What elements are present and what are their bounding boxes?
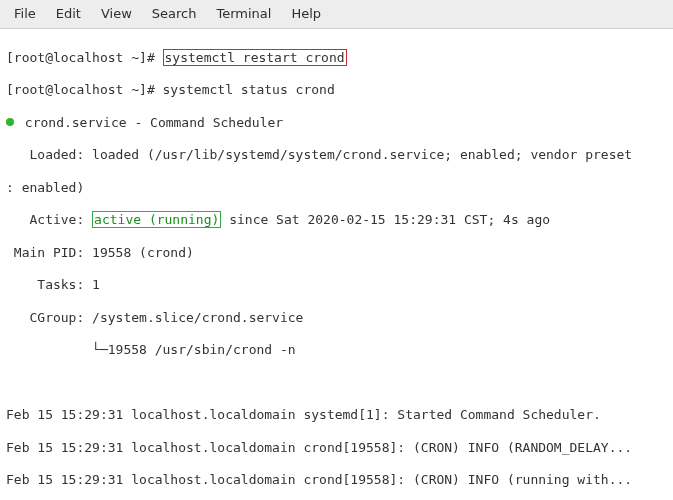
menu-edit[interactable]: Edit (48, 4, 89, 24)
status-dot-icon (6, 118, 14, 126)
tasks-line: Tasks: 1 (6, 277, 667, 293)
cgroup-child: └─19558 /usr/sbin/crond -n (6, 342, 667, 358)
menu-file[interactable]: File (6, 4, 44, 24)
cgroup-line: CGroup: /system.slice/crond.service (6, 310, 667, 326)
prompt: [root@localhost ~]# (6, 50, 163, 65)
menu-view[interactable]: View (93, 4, 140, 24)
menu-help[interactable]: Help (283, 4, 329, 24)
active-prefix: Active: (6, 212, 92, 227)
main-pid: Main PID: 19558 (crond) (6, 245, 667, 261)
menu-terminal[interactable]: Terminal (208, 4, 279, 24)
active-state: active (running) (92, 211, 221, 228)
loaded-line-2: : enabled) (6, 180, 667, 196)
loaded-line-1: Loaded: loaded (/usr/lib/systemd/system/… (6, 147, 667, 163)
prompt: [root@localhost ~]# (6, 82, 163, 97)
terminal-output[interactable]: [root@localhost ~]# systemctl restart cr… (0, 29, 673, 500)
journal-line: Feb 15 15:29:31 localhost.localdomain cr… (6, 472, 667, 488)
journal-line: Feb 15 15:29:31 localhost.localdomain sy… (6, 407, 667, 423)
active-since-1: since Sat 2020-02-15 15:29:31 CST; 4s ag… (221, 212, 550, 227)
journal-line: Feb 15 15:29:31 localhost.localdomain cr… (6, 440, 667, 456)
menubar: File Edit View Search Terminal Help (0, 0, 673, 29)
cmd-restart-crond: systemctl restart crond (163, 49, 347, 66)
service-line: crond.service - Command Scheduler (17, 115, 283, 130)
menu-search[interactable]: Search (144, 4, 205, 24)
cmd-status-crond: systemctl status crond (163, 82, 335, 97)
